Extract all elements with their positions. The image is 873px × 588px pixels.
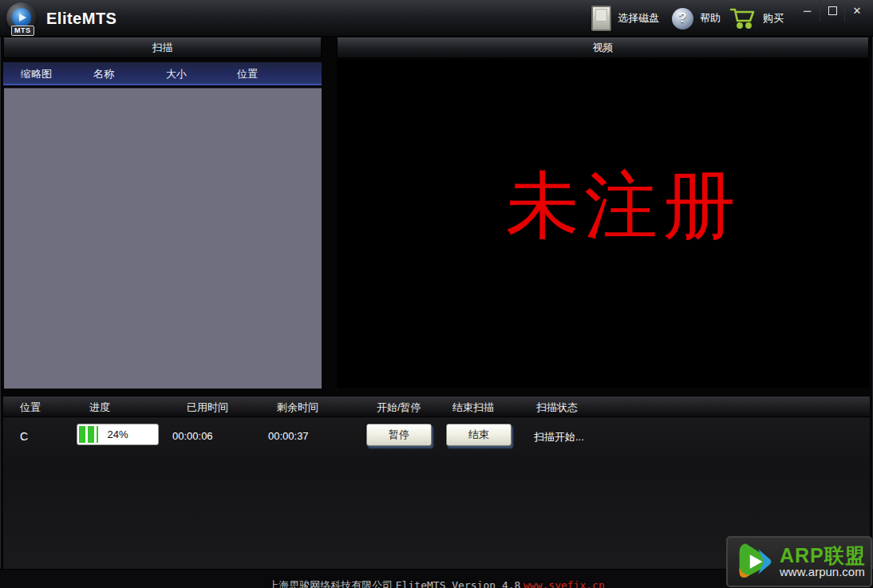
help-button[interactable]: ? 帮助 <box>672 3 721 34</box>
maximize-button[interactable] <box>820 0 844 22</box>
disk-icon-inner <box>595 9 607 22</box>
title-bar: MTS EliteMTS 选择磁盘 ? 帮助 购买 ─ <box>0 0 873 37</box>
disk-icon <box>591 6 611 31</box>
lens-inner <box>12 8 31 27</box>
scan-panel-header: 扫描 <box>3 37 322 58</box>
arp-text: ARP联盟 www.arpun.com <box>780 545 866 578</box>
scan-panel-title: 扫描 <box>152 41 173 55</box>
arp-url[interactable]: www.arpun.com <box>780 566 866 578</box>
video-panel-header: 视频 <box>337 37 869 58</box>
arp-title: ARP联盟 <box>780 545 866 566</box>
scan-result-list[interactable] <box>4 88 322 389</box>
app-logo-icon: MTS <box>6 2 41 36</box>
help-label: 帮助 <box>700 11 721 26</box>
column-start-pause: 开始/暂停 <box>377 401 421 415</box>
status-column-header: 位置 进度 已用时间 剩余时间 开始/暂停 结束扫描 扫描状态 <box>3 397 870 417</box>
buy-button[interactable]: 购买 <box>729 3 784 34</box>
column-drive: 位置 <box>20 401 41 415</box>
close-button[interactable]: ✕ <box>844 0 869 22</box>
end-button[interactable]: 结束 <box>446 424 512 446</box>
scan-status-text: 扫描开始... <box>534 430 584 444</box>
drive-letter: C <box>20 430 28 443</box>
column-remaining: 剩余时间 <box>277 401 318 415</box>
video-preview-area: 未注册 <box>337 59 869 389</box>
select-disk-button[interactable]: 选择磁盘 <box>591 3 659 34</box>
column-size[interactable]: 大小 <box>166 67 187 81</box>
window-controls: ─ ✕ <box>795 0 869 22</box>
scan-column-header: 缩略图 名称 大小 位置 <box>3 62 322 85</box>
column-scan-status: 扫描状态 <box>536 401 578 415</box>
shopping-cart-icon <box>729 6 756 30</box>
arp-watermark: ARP联盟 www.arpun.com <box>726 536 872 587</box>
play-icon <box>19 14 26 22</box>
footer-website-link[interactable]: www.syefix.cn <box>523 579 605 588</box>
mts-badge: MTS <box>11 26 34 36</box>
maximize-icon <box>828 6 837 15</box>
footer-company: 上海思骏网络科技有限公司 <box>268 579 393 588</box>
remaining-time: 00:00:37 <box>268 430 309 442</box>
footer-product-version: EliteMTS Version 4.8 <box>396 579 521 588</box>
unregistered-watermark: 未注册 <box>506 156 741 255</box>
app-title: EliteMTS <box>46 10 117 28</box>
buy-label: 购买 <box>763 11 784 26</box>
app-window: MTS EliteMTS 选择磁盘 ? 帮助 购买 ─ <box>0 0 873 588</box>
elapsed-time: 00:00:06 <box>172 430 213 442</box>
video-panel-title: 视频 <box>593 41 614 55</box>
column-thumbnail[interactable]: 缩略图 <box>21 67 52 81</box>
progress-bar: 24% <box>77 424 159 445</box>
progress-percent-label: 24% <box>77 428 158 440</box>
minimize-button[interactable]: ─ <box>795 0 820 22</box>
arp-play-logo-icon <box>732 539 776 584</box>
column-name[interactable]: 名称 <box>93 67 114 81</box>
help-icon: ? <box>672 8 693 30</box>
column-progress: 进度 <box>89 401 110 415</box>
column-location[interactable]: 位置 <box>237 67 258 81</box>
pause-button[interactable]: 暂停 <box>366 424 432 446</box>
column-elapsed: 已用时间 <box>187 401 228 415</box>
select-disk-label: 选择磁盘 <box>618 11 659 26</box>
column-end-scan: 结束扫描 <box>452 401 494 415</box>
